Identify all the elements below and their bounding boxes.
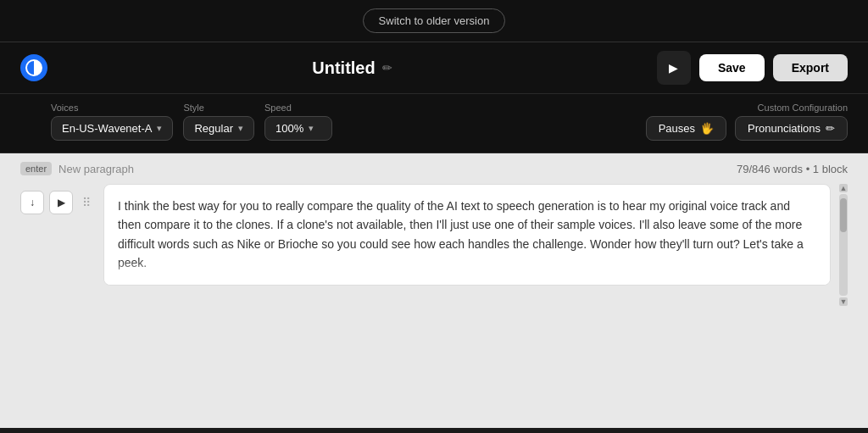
style-group: Style Regular ▾ xyxy=(183,103,254,141)
voices-group: Voices En-US-Wavenet-A ▾ xyxy=(51,103,173,141)
scrollbar-track[interactable] xyxy=(839,194,848,296)
block-controls: ↓ ▶ ⠿ xyxy=(20,184,95,214)
pronunciations-icon: ✏ xyxy=(826,122,835,135)
new-paragraph-hint: New paragraph xyxy=(58,163,134,175)
config-buttons: Pauses 🖐 Pronunciations ✏ xyxy=(646,116,848,141)
export-button[interactable]: Export xyxy=(773,54,848,81)
play-icon: ▶ xyxy=(669,61,678,75)
play-block-button[interactable]: ▶ xyxy=(49,191,73,214)
style-chevron: ▾ xyxy=(238,123,243,134)
drag-handle[interactable]: ⠿ xyxy=(78,191,95,214)
enter-badge: enter xyxy=(20,162,52,175)
main-area: enter New paragraph 79/846 words • 1 blo… xyxy=(0,153,868,428)
block-text: I think the best way for you to really c… xyxy=(118,199,804,269)
word-count-bar: enter New paragraph 79/846 words • 1 blo… xyxy=(0,153,868,184)
top-banner: Switch to older version xyxy=(0,0,868,42)
content-area: ↓ ▶ ⠿ I think the best way for you to re… xyxy=(0,184,868,303)
block-row: ↓ ▶ ⠿ I think the best way for you to re… xyxy=(20,184,848,286)
scroll-down-arrow[interactable]: ▼ xyxy=(839,297,848,306)
custom-config-label: Custom Configuration xyxy=(758,103,848,113)
play-button[interactable]: ▶ xyxy=(657,51,691,85)
scrollbar-thumb[interactable] xyxy=(840,198,847,232)
scrollbar[interactable]: ▲ ▼ xyxy=(839,184,848,286)
document-title: Untitled xyxy=(312,58,375,78)
pronunciations-button[interactable]: Pronunciations ✏ xyxy=(735,116,848,141)
speed-chevron: ▾ xyxy=(309,123,314,134)
speed-group: Speed 100% ▾ xyxy=(264,103,332,141)
save-button[interactable]: Save xyxy=(699,54,765,81)
style-dropdown[interactable]: Regular ▾ xyxy=(183,116,254,141)
header-actions: ▶ Save Export xyxy=(657,51,848,85)
switch-version-button[interactable]: Switch to older version xyxy=(363,8,506,33)
speed-dropdown[interactable]: 100% ▾ xyxy=(264,116,332,141)
pronunciations-label: Pronunciations xyxy=(748,122,821,135)
voices-chevron: ▾ xyxy=(157,123,162,134)
voices-value: En-US-Wavenet-A xyxy=(62,122,152,135)
style-value: Regular xyxy=(194,122,233,135)
toolbar: Voices En-US-Wavenet-A ▾ Style Regular ▾… xyxy=(0,94,868,153)
speed-label: Speed xyxy=(264,103,332,113)
custom-config-area: Custom Configuration Pauses 🖐 Pronunciat… xyxy=(646,103,848,141)
voices-label: Voices xyxy=(51,103,173,113)
word-count: 79/846 words • 1 block xyxy=(737,163,848,175)
text-block[interactable]: I think the best way for you to really c… xyxy=(103,184,831,286)
download-block-button[interactable]: ↓ xyxy=(20,191,44,214)
edit-title-icon[interactable]: ✏ xyxy=(382,61,392,75)
pauses-button[interactable]: Pauses 🖐 xyxy=(646,116,726,141)
pauses-icon: 🖐 xyxy=(700,122,714,135)
header: Untitled ✏ ▶ Save Export xyxy=(0,42,868,94)
speed-value: 100% xyxy=(275,122,303,135)
pauses-label: Pauses xyxy=(659,122,695,135)
scroll-up-arrow[interactable]: ▲ xyxy=(839,184,848,192)
style-label: Style xyxy=(183,103,254,113)
title-area: Untitled ✏ xyxy=(47,58,657,78)
logo xyxy=(20,54,47,81)
voices-dropdown[interactable]: En-US-Wavenet-A ▾ xyxy=(51,116,173,141)
